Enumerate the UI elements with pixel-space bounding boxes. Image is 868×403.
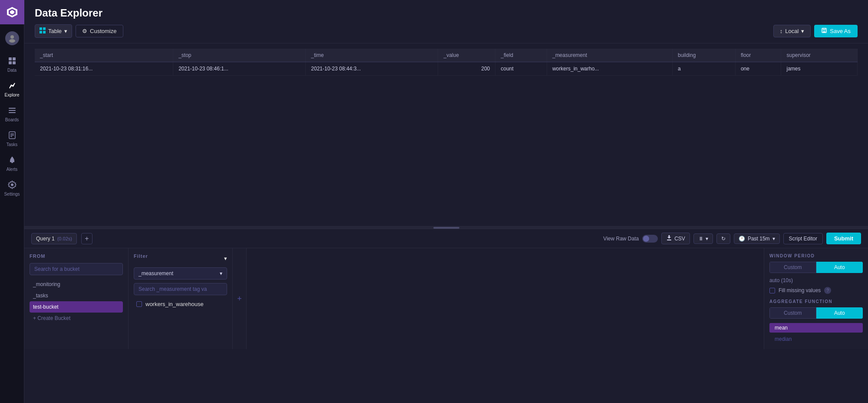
view-raw-data: View Raw Data xyxy=(603,235,658,243)
csv-download-button[interactable]: CSV xyxy=(661,233,690,244)
customize-button[interactable]: ⚙ Customize xyxy=(76,25,123,37)
plus-icon: + xyxy=(237,294,242,303)
svg-rect-8 xyxy=(13,61,16,64)
bucket-item-test[interactable]: test-bucket xyxy=(30,301,123,313)
svg-rect-13 xyxy=(9,110,16,111)
view-type-dropdown[interactable]: Table ▾ xyxy=(35,24,72,38)
sidebar-item-label: Alerts xyxy=(7,167,18,172)
save-as-button[interactable]: Save As xyxy=(814,25,858,37)
scroll-indicator xyxy=(433,227,459,229)
sidebar: Data Explore Boards xyxy=(0,0,24,403)
sidebar-item-explore[interactable]: Explore xyxy=(0,77,24,102)
script-editor-button[interactable]: Script Editor xyxy=(783,233,823,244)
sidebar-item-settings[interactable]: Settings xyxy=(0,176,24,201)
col-header-value: _value xyxy=(438,49,495,62)
sidebar-item-boards[interactable]: Boards xyxy=(0,102,24,127)
aggregate-custom-option[interactable]: Custom xyxy=(769,307,816,319)
filter-item-warehouse[interactable]: workers_in_warehouse xyxy=(134,299,227,310)
sidebar-item-label: Explore xyxy=(5,93,20,97)
local-dropdown[interactable]: ↕ Local ▾ xyxy=(773,25,811,37)
bucket-item-monitoring[interactable]: _monitoring xyxy=(30,279,123,290)
sidebar-item-label: Tasks xyxy=(7,142,18,147)
svg-rect-23 xyxy=(40,31,42,33)
mean-function-badge[interactable]: mean xyxy=(769,323,863,333)
svg-rect-19 xyxy=(11,162,13,163)
cell-start: 2021-10-23 08:31:16... xyxy=(35,62,173,76)
table-grid-icon xyxy=(40,27,46,35)
help-icon[interactable]: ? xyxy=(824,287,831,294)
sidebar-item-label: Settings xyxy=(4,192,20,197)
window-auto-option[interactable]: Auto xyxy=(816,262,863,273)
create-bucket-button[interactable]: + Create Bucket xyxy=(30,313,123,324)
toolbar-right: ↕ Local ▾ Save As xyxy=(773,25,858,37)
window-period-toggle: Custom Auto xyxy=(769,262,863,273)
time-range-dropdown[interactable]: 🕐 Past 15m ▾ xyxy=(734,233,780,244)
sidebar-item-alerts[interactable]: Alerts xyxy=(0,151,24,176)
window-period-label: WINDOW PERIOD xyxy=(769,253,863,258)
chevron-down-icon: ▾ xyxy=(772,236,775,242)
gear-icon: ⚙ xyxy=(82,28,87,34)
sort-icon: ↕ xyxy=(780,28,783,34)
median-function-item: median xyxy=(769,334,863,344)
sidebar-item-data[interactable]: Data xyxy=(0,52,24,77)
bucket-search-input[interactable] xyxy=(30,263,123,275)
view-type-label: Table xyxy=(48,28,62,34)
svg-point-4 xyxy=(9,39,15,43)
measurement-search-input[interactable] xyxy=(134,283,227,295)
pause-icon: ⏸ xyxy=(698,236,703,242)
col-header-measurement: _measurement xyxy=(547,49,672,62)
right-settings-panel: WINDOW PERIOD Custom Auto auto (10s) Fil… xyxy=(764,248,868,349)
toolbar-left: Table ▾ ⚙ Customize xyxy=(35,24,123,38)
sidebar-item-label: Boards xyxy=(5,117,19,122)
data-table-area: _start _stop _time _value _field _measur… xyxy=(24,43,868,226)
filter-item-label: workers_in_warehouse xyxy=(145,301,204,307)
fill-missing-row: Fill missing values ? xyxy=(769,287,863,294)
svg-rect-24 xyxy=(43,31,46,33)
window-custom-option[interactable]: Custom xyxy=(769,262,816,273)
cell-value: 200 xyxy=(438,62,495,76)
svg-rect-21 xyxy=(40,27,42,30)
refresh-icon: ↻ xyxy=(721,236,726,242)
svg-rect-14 xyxy=(9,112,16,113)
col-header-field: _field xyxy=(495,49,547,62)
refresh-button[interactable]: ↻ xyxy=(716,233,730,244)
query-builder: FROM _monitoring _tasks test-bucket + Cr… xyxy=(24,248,868,349)
aggregate-toggle: Custom Auto xyxy=(769,307,863,319)
bucket-item-tasks[interactable]: _tasks xyxy=(30,290,123,301)
sidebar-item-tasks[interactable]: Tasks xyxy=(0,127,24,151)
user-avatar[interactable] xyxy=(5,31,19,45)
add-query-button[interactable]: + xyxy=(81,233,92,244)
filter-label: Filter xyxy=(134,253,148,259)
svg-rect-27 xyxy=(667,240,671,240)
col-header-stop: _stop xyxy=(173,49,306,62)
app-logo[interactable] xyxy=(0,0,24,24)
page-title: Data Explorer xyxy=(35,7,858,19)
query-tab[interactable]: Query 1 (0.02s) xyxy=(31,233,77,244)
measurement-value: _measurement xyxy=(139,270,173,276)
col-header-supervisor: supervisor xyxy=(781,49,858,62)
pause-button[interactable]: ⏸ ▾ xyxy=(693,233,713,244)
data-icon xyxy=(8,57,17,67)
aggregate-function-label: AGGREGATE FUNCTION xyxy=(769,299,863,304)
fill-missing-label: Fill missing values xyxy=(779,287,821,293)
aggregate-auto-option[interactable]: Auto xyxy=(816,307,863,319)
filter-header: Filter ▾ xyxy=(134,253,227,263)
toggle-knob xyxy=(643,236,649,242)
cell-building: a xyxy=(673,62,736,76)
fill-missing-checkbox[interactable] xyxy=(769,288,775,293)
col-header-start: _start xyxy=(35,49,173,62)
add-filter-button[interactable]: + xyxy=(233,248,247,349)
raw-data-toggle[interactable] xyxy=(642,235,658,243)
query-time: (0.02s) xyxy=(57,236,72,241)
submit-button[interactable]: Submit xyxy=(826,233,861,244)
view-raw-label: View Raw Data xyxy=(603,236,639,242)
settings-icon xyxy=(8,180,17,190)
sidebar-item-label: Data xyxy=(7,68,17,73)
download-icon xyxy=(666,235,672,242)
chevron-down-icon: ▾ xyxy=(706,236,708,242)
header: Data Explorer Table ▾ ⚙ Customize xyxy=(24,0,868,43)
svg-rect-12 xyxy=(9,108,16,109)
measurement-dropdown[interactable]: _measurement ▾ xyxy=(134,267,227,280)
filter-checkbox[interactable] xyxy=(136,301,142,307)
query-label: Query 1 xyxy=(36,236,55,242)
